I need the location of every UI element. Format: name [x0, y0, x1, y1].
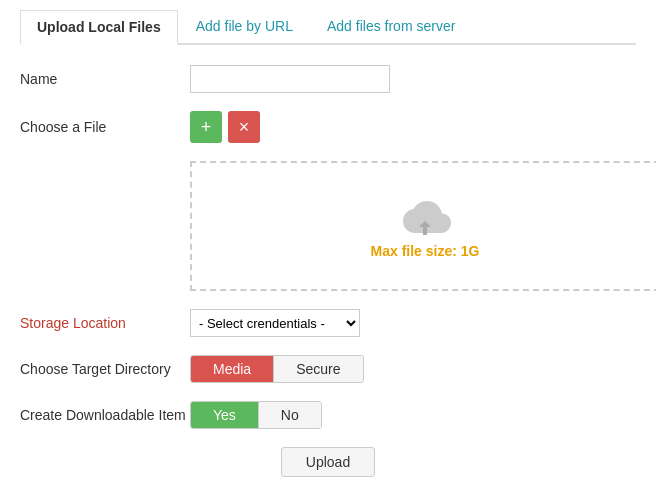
create-downloadable-toggle: Yes No	[190, 401, 322, 429]
tab-bar: Upload Local Files Add file by URL Add f…	[20, 10, 636, 45]
storage-location-row: Storage Location - Select crendentials -	[20, 309, 636, 337]
name-input[interactable]	[190, 65, 390, 93]
file-buttons: + ×	[190, 111, 260, 143]
create-no-button[interactable]: No	[258, 402, 321, 428]
tab-add-server[interactable]: Add files from server	[311, 10, 471, 43]
dropzone-max-size: Max file size: 1G	[371, 243, 480, 259]
storage-location-select[interactable]: - Select crendentials -	[190, 309, 360, 337]
create-downloadable-row: Create Downloadable Item Yes No	[20, 401, 636, 429]
remove-file-button[interactable]: ×	[228, 111, 260, 143]
create-yes-button[interactable]: Yes	[191, 402, 258, 428]
name-label: Name	[20, 71, 190, 87]
storage-location-label: Storage Location	[20, 315, 190, 331]
add-file-button[interactable]: +	[190, 111, 222, 143]
target-directory-row: Choose Target Directory Media Secure	[20, 355, 636, 383]
tab-add-url[interactable]: Add file by URL	[180, 10, 309, 43]
target-secure-button[interactable]: Secure	[273, 356, 362, 382]
choose-file-label: Choose a File	[20, 119, 190, 135]
upload-button[interactable]: Upload	[281, 447, 375, 477]
choose-file-row: Choose a File + ×	[20, 111, 636, 143]
target-directory-toggle: Media Secure	[190, 355, 364, 383]
create-downloadable-label: Create Downloadable Item	[20, 407, 190, 423]
target-directory-label: Choose Target Directory	[20, 361, 190, 377]
tab-upload-local[interactable]: Upload Local Files	[20, 10, 178, 45]
drop-zone[interactable]: Max file size: 1G	[190, 161, 656, 291]
cloud-download-icon	[395, 193, 455, 243]
upload-row: Upload	[20, 447, 636, 477]
name-row: Name	[20, 65, 636, 93]
target-media-button[interactable]: Media	[191, 356, 273, 382]
main-container: Upload Local Files Add file by URL Add f…	[0, 0, 656, 497]
